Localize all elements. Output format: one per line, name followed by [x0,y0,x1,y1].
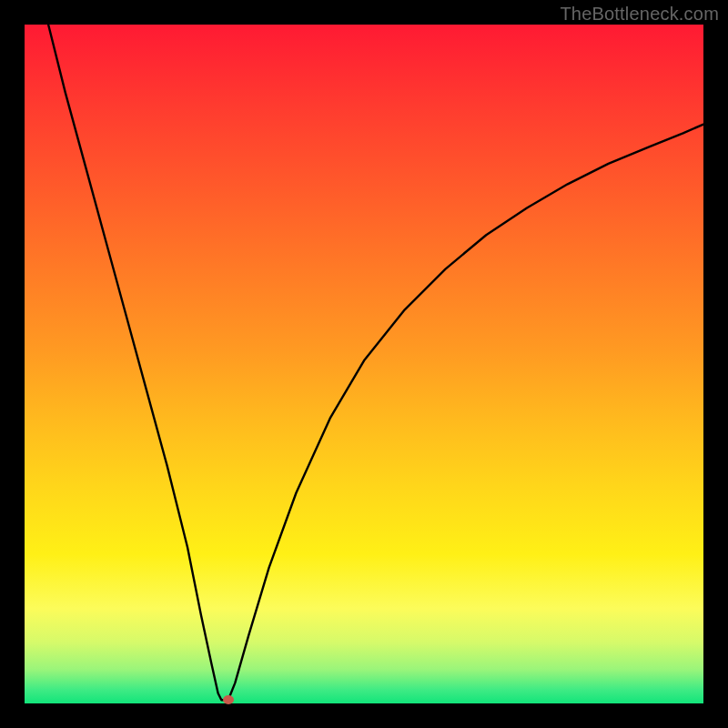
curve-svg [25,25,703,703]
watermark-text: TheBottleneck.com [560,4,719,25]
bottleneck-curve [48,25,703,700]
chart-frame: TheBottleneck.com [0,0,728,728]
min-point-marker [223,695,234,704]
plot-area [25,25,703,703]
